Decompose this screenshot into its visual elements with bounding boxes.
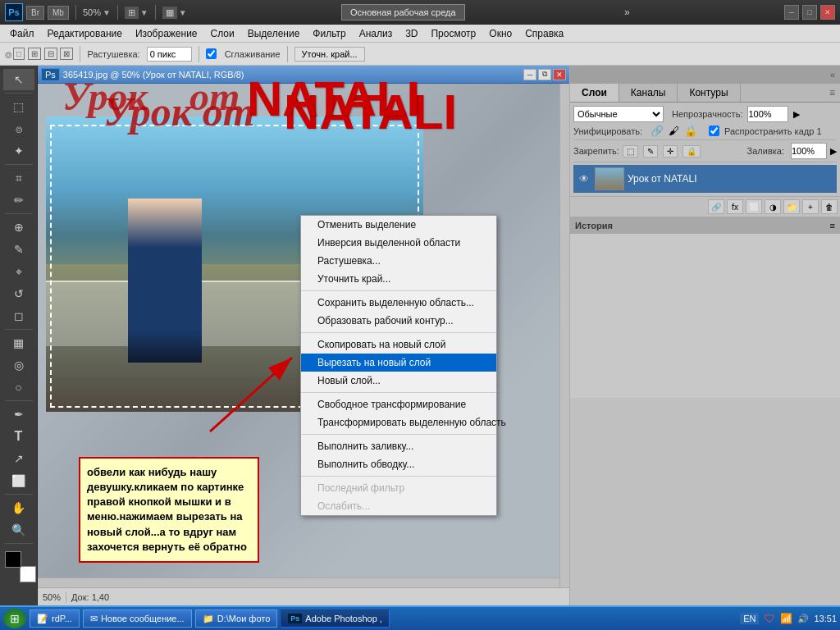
fill-arrow-icon[interactable]: ▶ [830,146,837,157]
gradient-tool[interactable]: ▦ [3,332,34,354]
doc-minimize-button[interactable]: ─ [523,69,536,80]
lock-move-icon[interactable]: ✛ [663,145,678,158]
menu-file[interactable]: Файл [3,26,41,41]
spread-checkbox[interactable] [709,126,719,136]
history-menu-icon[interactable]: ≡ [830,221,835,231]
fill-input[interactable] [791,143,827,159]
layer-style-button[interactable]: fx [727,199,743,214]
menu-layers[interactable]: Слои [204,26,241,41]
shape-tool[interactable]: ⬜ [3,470,34,491]
pen-tool[interactable]: ✒ [3,404,34,425]
crop-tool[interactable]: ⌗ [3,167,34,189]
move-tool[interactable]: ↖ [3,69,34,90]
clone-tool[interactable]: ⌖ [3,261,34,282]
unify-icon-3[interactable]: 🔒 [684,125,697,137]
menu-3d[interactable]: 3D [399,26,424,41]
zoom-control[interactable]: 50% ▼ [83,7,111,17]
ctx-make-path[interactable]: Образовать рабочий контур... [301,312,496,330]
blend-mode-select[interactable]: Обычные [573,106,664,122]
new-layer-button[interactable]: + [802,199,819,214]
ctx-feather[interactable]: Растушевка... [301,252,496,270]
tab-channels[interactable]: Каналы [619,84,678,102]
ctx-copy-layer[interactable]: Скопировать на новый слой [301,336,496,354]
ctx-stroke[interactable]: Выполнить обводку... [301,455,496,473]
mini-button[interactable]: Mb [48,6,69,20]
marquee-tool[interactable]: ⬚ [3,96,34,117]
new-sel-icon[interactable]: □ [13,48,25,60]
bridge-button[interactable]: Br [26,6,44,20]
arrange-control[interactable]: ▦ ▼ [162,7,187,19]
add-sel-icon[interactable]: ⊞ [28,48,41,60]
menu-edit[interactable]: Редактирование [41,26,129,41]
heal-tool[interactable]: ⊕ [3,217,34,238]
refine-edge-button[interactable]: Уточн. край... [294,47,365,62]
minimize-button[interactable]: ─ [784,5,799,20]
inter-sel-icon[interactable]: ⊠ [60,48,73,60]
lasso-tool[interactable]: ⌾ [3,118,34,139]
delete-layer-button[interactable]: 🗑 [821,199,838,214]
group-button[interactable]: 📁 [783,199,800,214]
ctx-save-sel[interactable]: Сохранить выделенную область... [301,294,496,312]
menu-image[interactable]: Изображение [129,26,204,41]
ctx-cut-layer[interactable]: Вырезать на новый слой [301,354,496,372]
type-tool[interactable]: T [3,426,34,447]
tab-layers[interactable]: Слои [570,84,619,102]
taskbar-item-photoshop[interactable]: Ps Adobe Photoshop , [281,609,390,628]
dodge-tool[interactable]: ○ [3,377,34,398]
close-button[interactable]: ✕ [820,5,835,20]
unify-icon-2[interactable]: 🖌 [669,125,679,137]
ctx-transform-sel[interactable]: Трансформировать выделенную область [301,413,496,431]
taskbar-item-message[interactable]: ✉ Новое сообщение... [83,609,192,628]
path-select-tool[interactable]: ↗ [3,448,34,469]
eyedropper-tool[interactable]: ✏ [3,189,34,211]
unify-icon-1[interactable]: 🔗 [651,125,664,137]
lock-transparent-icon[interactable]: ⬚ [623,145,638,158]
ctx-new-layer[interactable]: Новый слой... [301,372,496,390]
horizontal-scrollbar[interactable] [38,578,559,587]
taskbar-item-folder[interactable]: 📁 D:\Мои фото [195,609,278,628]
mask-button[interactable]: ⬜ [746,199,762,214]
menu-filter[interactable]: Фильтр [306,26,352,41]
vertical-scrollbar[interactable] [559,84,569,587]
language-indicator[interactable]: EN [740,613,759,624]
doc-restore-button[interactable]: ⧉ [538,69,551,80]
lock-all-icon[interactable]: 🔒 [682,145,701,158]
doc-close-button[interactable]: ✕ [553,69,566,80]
menu-view[interactable]: Просмотр [424,26,482,41]
smooth-checkbox[interactable] [206,48,217,59]
foreground-color-swatch[interactable] [5,551,21,568]
workspace-button[interactable]: Основная рабочая среда [341,4,465,21]
start-button[interactable]: ⊞ [3,609,26,628]
menu-select[interactable]: Выделение [241,26,307,41]
menu-analysis[interactable]: Анализ [353,26,399,41]
zoom-tool[interactable]: 🔍 [3,519,34,541]
hand-tool[interactable]: ✋ [3,497,34,518]
feather-input[interactable] [147,47,192,62]
history-brush-tool[interactable]: ↺ [3,283,34,304]
blur-tool[interactable]: ◎ [3,354,34,376]
adj-layer-button[interactable]: ◑ [765,199,781,214]
layer-eye-icon[interactable]: 👁 [577,171,591,186]
taskbar-item-wordpad[interactable]: 📝 rdP... [30,609,80,628]
extend-button[interactable]: » [624,7,630,18]
ctx-refine[interactable]: Уточнить край... [301,270,496,288]
panel-menu-icon[interactable]: ≡ [824,84,840,102]
opacity-arrow-icon[interactable]: ▶ [793,109,800,120]
opacity-input[interactable] [747,106,788,122]
link-layers-button[interactable]: 🔗 [708,199,724,214]
maximize-button[interactable]: □ [802,5,817,20]
layer-item-0[interactable]: 👁 Урок от NATALI [573,165,837,193]
ctx-invert[interactable]: Инверсия выделенной области [301,234,496,252]
lock-paint-icon[interactable]: ✎ [643,145,658,158]
brush-tool[interactable]: ✎ [3,239,34,260]
ctx-free-transform[interactable]: Свободное трансформирование [301,395,496,413]
eraser-tool[interactable]: ◻ [3,305,34,326]
lasso-tool-icon[interactable]: ⌾ [5,48,11,61]
menu-help[interactable]: Справка [518,26,570,41]
magic-wand-tool[interactable]: ✦ [3,140,34,162]
panels-collapse-icon[interactable]: « [830,70,835,80]
sub-sel-icon[interactable]: ⊟ [44,48,57,60]
tab-paths[interactable]: Контуры [678,84,740,102]
menu-window[interactable]: Окно [482,26,518,41]
ctx-deselect[interactable]: Отменить выделение [301,216,496,234]
